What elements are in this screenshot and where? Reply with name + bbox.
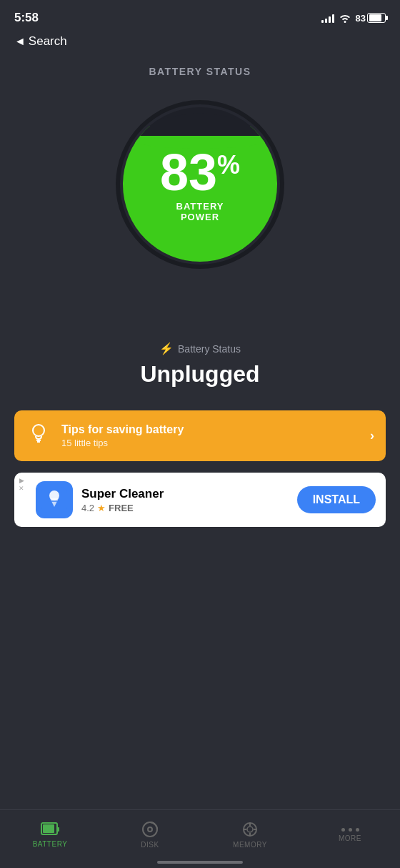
status-icons: 83 bbox=[321, 13, 386, 24]
battery-status-section: ⚡ Battery Status Unplugged bbox=[0, 285, 400, 399]
svg-point-17 bbox=[247, 827, 253, 832]
battery-status-row: ⚡ Battery Status bbox=[0, 342, 400, 355]
status-time: 5:58 bbox=[14, 11, 39, 25]
tab-more-label: MORE bbox=[339, 834, 361, 842]
battery-number: 83 bbox=[160, 147, 217, 198]
status-bar: 5:58 83 bbox=[0, 0, 400, 31]
page-title: BATTERY STATUS bbox=[0, 66, 400, 77]
ad-rating: 4.2 bbox=[81, 503, 94, 513]
ad-free-label: FREE bbox=[109, 503, 134, 513]
back-button[interactable]: ◄ Search bbox=[14, 34, 386, 49]
battery-circle-content: 83% BATTERY POWER bbox=[157, 147, 243, 222]
tab-bar: BATTERY DISK MEMORY MORE bbox=[0, 809, 400, 868]
ad-banner: ▶ ✕ Super Cleaner 4.2 ★ FREE INSTALL bbox=[14, 473, 386, 527]
battery-percentage-display: 83% bbox=[157, 147, 243, 198]
tips-title: Tips for saving battery bbox=[61, 423, 370, 436]
ad-text: Super Cleaner 4.2 ★ FREE bbox=[81, 487, 297, 513]
more-dots-icon bbox=[341, 828, 359, 832]
battery-status-value: Unplugged bbox=[0, 361, 400, 388]
tab-more[interactable]: MORE bbox=[300, 828, 400, 842]
battery-indicator: 83 bbox=[356, 13, 386, 24]
ad-rating-row: 4.2 ★ FREE bbox=[81, 503, 297, 513]
battery-circle: 83% BATTERY POWER bbox=[114, 99, 286, 270]
tab-battery-label: BATTERY bbox=[33, 840, 68, 848]
page-title-section: BATTERY STATUS bbox=[0, 54, 400, 77]
ad-indicator: ▶ ✕ bbox=[19, 477, 24, 492]
install-button[interactable]: INSTALL bbox=[297, 486, 376, 513]
tab-memory-label: MEMORY bbox=[233, 841, 267, 849]
back-chevron-icon: ◄ bbox=[14, 35, 26, 48]
ad-app-name: Super Cleaner bbox=[81, 487, 297, 501]
tab-battery[interactable]: BATTERY bbox=[0, 822, 100, 848]
nav-bar: ◄ Search bbox=[0, 31, 400, 54]
lightning-icon: ⚡ bbox=[159, 342, 174, 355]
svg-point-6 bbox=[33, 425, 44, 436]
battery-status-label: Battery Status bbox=[178, 343, 241, 355]
ad-app-icon bbox=[36, 481, 73, 518]
tips-text: Tips for saving battery 15 little tips bbox=[61, 423, 370, 448]
back-label: Search bbox=[29, 34, 67, 49]
battery-tab-icon bbox=[41, 822, 59, 837]
battery-circle-container: 83% BATTERY POWER bbox=[0, 77, 400, 285]
ad-close-icon[interactable]: ✕ bbox=[19, 485, 24, 492]
disk-tab-icon bbox=[141, 821, 159, 838]
tab-disk-label: DISK bbox=[141, 841, 159, 849]
ad-play-icon: ▶ bbox=[19, 477, 24, 484]
tab-disk[interactable]: DISK bbox=[100, 821, 200, 849]
tips-bulb-icon bbox=[26, 420, 51, 451]
battery-percent-text: 83 bbox=[356, 13, 366, 24]
tips-chevron-icon: › bbox=[370, 428, 374, 443]
wifi-icon bbox=[339, 13, 351, 23]
tips-banner[interactable]: Tips for saving battery 15 little tips › bbox=[14, 410, 386, 461]
svg-rect-12 bbox=[43, 824, 54, 833]
signal-bars-icon bbox=[321, 13, 334, 23]
svg-point-15 bbox=[148, 827, 152, 832]
ad-star-icon: ★ bbox=[97, 503, 106, 513]
memory-tab-icon bbox=[241, 821, 259, 838]
tab-memory[interactable]: MEMORY bbox=[200, 821, 300, 849]
battery-percent-sign: % bbox=[217, 152, 240, 178]
svg-rect-13 bbox=[57, 827, 59, 832]
battery-power-label: BATTERY POWER bbox=[157, 201, 243, 222]
home-indicator bbox=[157, 861, 243, 864]
tips-subtitle: 15 little tips bbox=[61, 438, 370, 448]
